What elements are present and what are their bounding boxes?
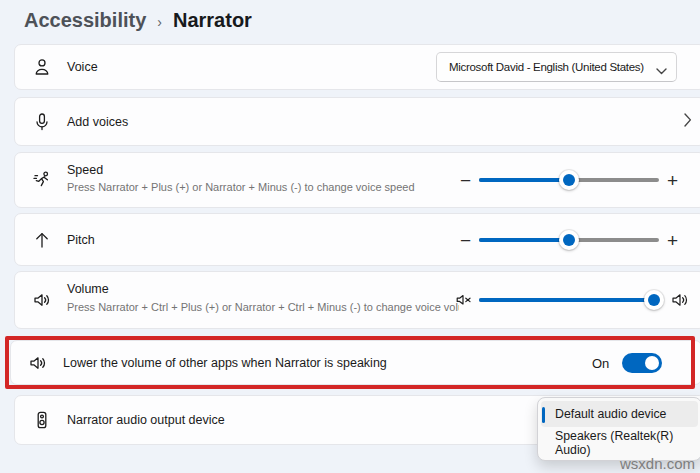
arrow-up-icon [32,230,52,250]
chevron-down-icon [656,65,667,77]
setting-row-add-voices[interactable]: Add voices [14,97,700,146]
watermark: wsxdn.com [620,455,695,472]
volume-slider-thumb[interactable] [644,290,664,310]
breadcrumb-parent[interactable]: Accessibility [24,9,146,32]
voice-dropdown-value: Microsoft David - English (United States… [449,61,644,73]
speed-label: Speed [67,163,103,177]
speed-slider-thumb[interactable] [559,170,579,190]
pitch-decrease-button[interactable]: − [460,230,471,249]
pitch-label: Pitch [67,233,95,247]
toggle-state-label: On [592,355,609,370]
person-icon [32,57,52,77]
menu-item-label: Speakers (Realtek(R) Audio) [555,429,698,457]
speed-decrease-button[interactable]: − [460,171,471,190]
lower-volume-toggle[interactable] [622,353,662,373]
menu-item-speakers-realtek[interactable]: Speakers (Realtek(R) Audio) [541,429,698,457]
speed-increase-button[interactable]: + [667,171,678,190]
toggle-knob [645,356,659,370]
speaker-icon [670,290,690,310]
pitch-slider[interactable] [479,230,659,250]
setting-row-voice: Voice Microsoft David - English (United … [14,44,700,90]
voice-dropdown[interactable]: Microsoft David - English (United States… [436,52,677,82]
speaker-mute-icon [455,291,473,309]
add-voices-label: Add voices [67,115,128,129]
speed-slider[interactable] [479,170,659,190]
audio-device-menu: Default audio device Speakers (Realtek(R… [537,397,700,461]
speaker-box-icon [32,410,52,430]
pitch-slider-fill [479,238,569,242]
setting-row-pitch: Pitch − + [14,213,700,266]
voice-label: Voice [67,60,98,74]
menu-item-label: Default audio device [555,407,666,421]
breadcrumb: Accessibility › Narrator [24,9,252,32]
chevron-right-icon [684,113,692,131]
menu-item-default-audio-device[interactable]: Default audio device [541,401,698,427]
speed-description: Press Narrator + Plus (+) or Narrator + … [67,181,415,193]
page-title: Narrator [173,9,252,32]
volume-description: Press Narrator + Ctrl + Plus (+) or Narr… [67,301,459,313]
setting-row-speed: Speed Press Narrator + Plus (+) or Narra… [14,152,700,208]
speed-slider-fill [479,178,569,182]
pitch-slider-thumb[interactable] [559,230,579,250]
setting-row-volume: Volume Press Narrator + Ctrl + Plus (+) … [14,271,700,329]
breadcrumb-separator-icon: › [157,12,162,30]
speaker-icon [32,290,52,310]
audio-output-label: Narrator audio output device [67,413,225,427]
lower-volume-label: Lower the volume of other apps when Narr… [63,356,387,370]
volume-slider-fill [479,298,654,302]
volume-slider[interactable] [479,290,659,310]
running-person-icon [32,170,52,190]
pitch-increase-button[interactable]: + [667,230,678,249]
setting-row-lower-volume: Lower the volume of other apps when Narr… [10,340,700,385]
volume-label: Volume [67,282,109,296]
selection-indicator-bar [542,407,545,423]
speaker-icon [28,353,48,373]
microphone-icon [32,112,52,132]
